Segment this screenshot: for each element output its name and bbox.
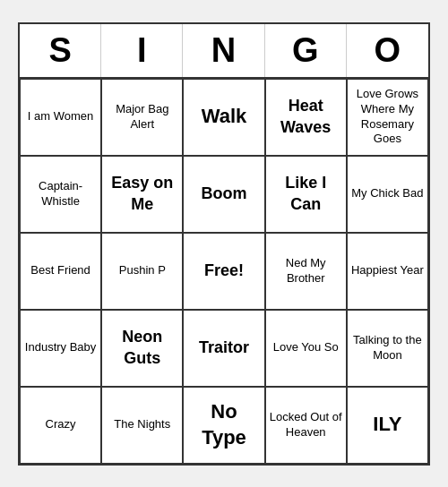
bingo-cell-20: Crazy	[20, 387, 101, 464]
bingo-cell-22: No Type	[183, 387, 264, 464]
bingo-card: SINGO I am WomenMajor Bag AlertWalkHeat …	[18, 22, 430, 466]
bingo-cell-10: Best Friend	[20, 233, 101, 310]
bingo-cell-12: Free!	[183, 233, 264, 310]
header-letter: N	[183, 24, 264, 77]
bingo-cell-13: Ned My Brother	[265, 233, 347, 310]
bingo-cell-23: Locked Out of Heaven	[265, 387, 347, 464]
bingo-cell-9: My Chick Bad	[347, 156, 428, 233]
bingo-grid: I am WomenMajor Bag AlertWalkHeat WavesL…	[20, 79, 428, 464]
header-letter: S	[20, 24, 101, 77]
bingo-cell-15: Industry Baby	[20, 310, 101, 387]
bingo-cell-11: Pushin P	[101, 233, 183, 310]
bingo-cell-14: Happiest Year	[347, 233, 428, 310]
bingo-cell-19: Talking to the Moon	[347, 310, 428, 387]
bingo-cell-5: Captain- Whistle	[20, 156, 101, 233]
bingo-cell-6: Easy on Me	[101, 156, 183, 233]
bingo-cell-2: Walk	[183, 79, 264, 156]
bingo-cell-8: Like I Can	[265, 156, 347, 233]
bingo-cell-1: Major Bag Alert	[101, 79, 183, 156]
bingo-header: SINGO	[20, 24, 428, 79]
bingo-cell-3: Heat Waves	[265, 79, 347, 156]
bingo-cell-21: The Nights	[101, 387, 183, 464]
bingo-cell-4: Love Grows Where My Rosemary Goes	[347, 79, 428, 156]
bingo-cell-16: Neon Guts	[101, 310, 183, 387]
bingo-cell-24: ILY	[347, 387, 428, 464]
header-letter: I	[101, 24, 183, 77]
bingo-cell-7: Boom	[183, 156, 264, 233]
bingo-cell-0: I am Women	[20, 79, 101, 156]
header-letter: G	[265, 24, 347, 77]
bingo-cell-17: Traitor	[183, 310, 264, 387]
header-letter: O	[347, 24, 428, 77]
bingo-cell-18: Love You So	[265, 310, 347, 387]
